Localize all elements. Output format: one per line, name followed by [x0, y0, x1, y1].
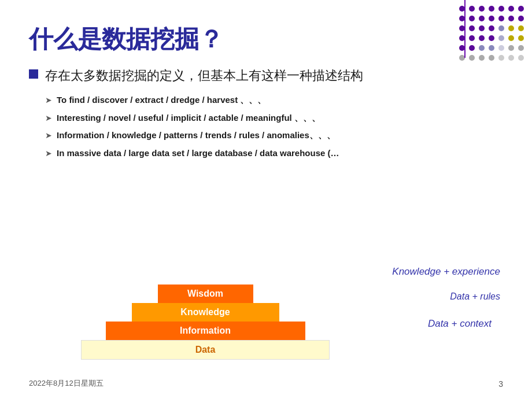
dot	[489, 16, 494, 21]
label-knowledge-experience: Knowledge + experience	[392, 266, 500, 278]
label-data-context: Data + context	[428, 318, 492, 330]
dot	[489, 55, 494, 61]
dot	[479, 45, 485, 51]
sub-bullet-text-4: In massive data / large data set / large…	[57, 147, 339, 160]
pyramid-bar-data: Data	[81, 340, 330, 360]
dot	[508, 25, 514, 31]
bullet-icon	[29, 69, 38, 79]
footer-date: 2022年8月12日星期五	[29, 378, 104, 389]
dot	[508, 16, 514, 21]
dot	[469, 25, 475, 31]
pyramid-data-row: Data	[81, 340, 330, 360]
dot	[479, 55, 485, 61]
label-data-rules: Data + rules	[450, 291, 500, 302]
dot	[508, 6, 514, 12]
pyramid-bar-knowledge: Knowledge	[132, 303, 279, 322]
dot	[489, 35, 494, 41]
dot	[498, 35, 504, 41]
dot	[498, 6, 504, 12]
dot	[489, 6, 494, 12]
dot	[469, 35, 475, 41]
pyramid-knowledge-row: Knowledge	[81, 303, 330, 322]
dot	[479, 35, 485, 41]
dot	[518, 35, 524, 41]
main-bullet-text: 存在太多数据挖掘的定义，但基本上有这样一种描述结构	[45, 66, 363, 85]
pyramid-bar-information: Information	[106, 322, 305, 340]
slide-title: 什么是数据挖掘？	[29, 23, 503, 56]
page-number: 3	[498, 379, 503, 389]
sub-bullets-list: ➤ To find / discover / extract / dredge …	[45, 94, 503, 160]
dot	[479, 16, 485, 21]
sub-bullet-3: ➤ Information / knowledge / patterns / t…	[45, 129, 503, 142]
arrow-icon-1: ➤	[45, 95, 52, 105]
sub-bullet-text-1: To find / discover / extract / dredge / …	[57, 94, 266, 107]
main-bullet: 存在太多数据挖掘的定义，但基本上有这样一种描述结构	[29, 66, 503, 85]
dot	[489, 45, 494, 51]
dot	[508, 55, 514, 61]
dot	[518, 55, 524, 61]
pyramid-bar-wisdom: Wisdom	[158, 285, 253, 303]
dot	[518, 25, 524, 31]
sub-bullet-text-2: Interesting / novel / useful / implicit …	[57, 112, 320, 125]
dot	[479, 25, 485, 31]
sub-bullet-1: ➤ To find / discover / extract / dredge …	[45, 94, 503, 107]
dot	[518, 6, 524, 12]
dot	[518, 16, 524, 21]
dot	[498, 25, 504, 31]
arrow-icon-3: ➤	[45, 131, 52, 140]
arrow-icon-2: ➤	[45, 113, 52, 123]
dot	[498, 45, 504, 51]
dot	[469, 55, 475, 61]
dot	[469, 6, 475, 12]
dot	[518, 45, 524, 51]
dot	[498, 16, 504, 21]
dot	[498, 55, 504, 61]
sub-bullet-4: ➤ In massive data / large data set / lar…	[45, 147, 503, 160]
pyramid-diagram: Wisdom Knowledge Information Data	[81, 285, 330, 360]
dot-grid	[459, 6, 526, 63]
dot	[469, 45, 475, 51]
dot	[508, 45, 514, 51]
dot	[469, 16, 475, 21]
vertical-line	[464, 0, 466, 58]
pyramid-wisdom-row: Wisdom	[81, 285, 330, 303]
dot	[508, 35, 514, 41]
sub-bullet-2: ➤ Interesting / novel / useful / implici…	[45, 112, 503, 125]
dot	[489, 25, 494, 31]
arrow-icon-4: ➤	[45, 149, 52, 158]
dot	[479, 6, 485, 12]
sub-bullet-text-3: Information / knowledge / patterns / tre…	[57, 129, 335, 142]
pyramid-information-row: Information	[81, 322, 330, 340]
